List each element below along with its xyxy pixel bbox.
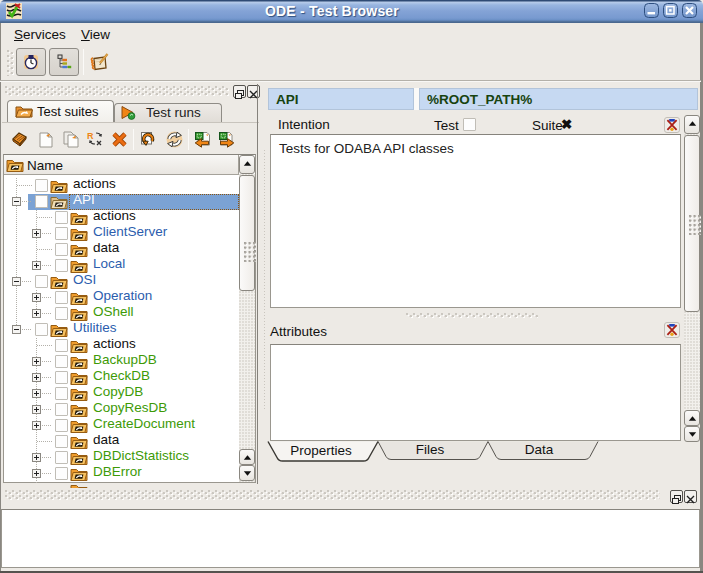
svg-text:Data: Data bbox=[525, 442, 554, 457]
svg-text:Files: Files bbox=[416, 442, 445, 457]
svg-text:Properties: Properties bbox=[290, 443, 352, 458]
svg-text:R: R bbox=[87, 131, 94, 141]
